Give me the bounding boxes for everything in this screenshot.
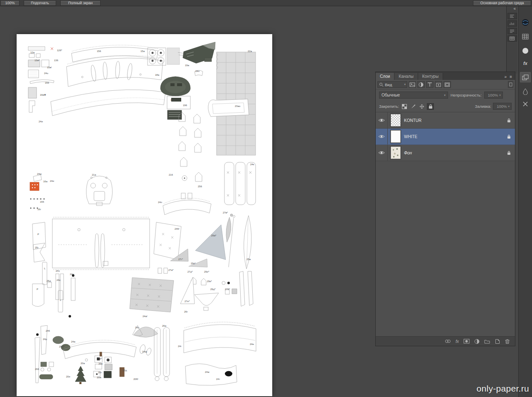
- part-label: 206!: [133, 378, 138, 380]
- layer-row-background[interactable]: Фон: [376, 145, 515, 161]
- layer-thumbnail[interactable]: [391, 146, 401, 159]
- grid-icon: [510, 37, 515, 40]
- fill-value: 100%: [497, 104, 507, 109]
- visibility-toggle[interactable]: [376, 112, 388, 128]
- circle-panel-icon[interactable]: [520, 45, 531, 56]
- tab-paths[interactable]: Контуры: [418, 73, 443, 80]
- document-canvas[interactable]: 12a126*15613a*13615в!24о15616в❋15a19a24п…: [17, 34, 272, 396]
- part-label: P: [37, 233, 39, 236]
- new-group-button[interactable]: [484, 339, 490, 344]
- part-label: 24ж: [205, 371, 209, 373]
- part-label: 126*: [57, 49, 62, 52]
- collapse-panel-icon[interactable]: »: [505, 74, 507, 79]
- dock-panel-icon-histogram[interactable]: [507, 20, 517, 27]
- 3d-sphere-icon[interactable]: [520, 17, 531, 27]
- blend-mode-select[interactable]: Обычные ▾: [379, 92, 448, 99]
- layer-thumbnail[interactable]: [391, 114, 401, 127]
- filter-shape-layers-button[interactable]: [435, 81, 442, 88]
- eye-icon: [378, 150, 385, 155]
- filter-kind-select[interactable]: Вид ▾: [377, 81, 407, 88]
- part-label: 18a*: [170, 99, 175, 101]
- visibility-toggle[interactable]: [376, 145, 388, 161]
- opacity-value: 100%: [488, 93, 498, 97]
- delete-layer-button[interactable]: [505, 339, 510, 344]
- part-label: 23ао: [235, 105, 240, 107]
- part-label: 25a: [246, 258, 251, 261]
- add-layer-mask-button[interactable]: [463, 339, 470, 344]
- collapse-panels-icon[interactable]: «: [507, 6, 517, 12]
- part-label: 24y: [135, 326, 139, 329]
- lock-position-button[interactable]: [418, 103, 425, 110]
- cross-panel-icon[interactable]: [520, 99, 531, 109]
- part-label: 24з: [56, 270, 59, 272]
- part-label: 16в❋: [40, 94, 46, 96]
- panel-menu-icon[interactable]: ≡: [510, 74, 512, 79]
- dock-panel-icon-navigator[interactable]: [507, 28, 517, 34]
- image-icon: [409, 82, 415, 87]
- part-label: 156: [97, 50, 101, 52]
- part-label: 246: [46, 330, 50, 332]
- filter-adjustment-layers-button[interactable]: [417, 81, 425, 88]
- layer-row-kontur[interactable]: KONTUR: [376, 112, 515, 129]
- lock-transparency-button[interactable]: [401, 103, 408, 110]
- filter-kind-label: Вид: [385, 82, 392, 87]
- lock-all-button[interactable]: [427, 103, 434, 110]
- grid-panel-icon[interactable]: [520, 31, 531, 42]
- droplet-panel-icon[interactable]: [520, 86, 531, 97]
- part-label: 20г: [98, 371, 102, 374]
- part-label: 24к: [250, 163, 254, 166]
- tab-channels[interactable]: Каналы: [394, 73, 418, 80]
- part-label: 21a: [92, 174, 96, 176]
- visibility-toggle[interactable]: [376, 129, 388, 144]
- droplet-glyph: [522, 88, 528, 95]
- eye-icon: [378, 118, 385, 123]
- fullscreen-button[interactable]: Полный экран: [60, 0, 101, 6]
- part-label: 20в: [99, 362, 103, 365]
- dock-panel-icon-info[interactable]: [507, 13, 517, 19]
- new-layer-button[interactable]: [495, 339, 500, 344]
- filter-pixel-layers-button[interactable]: [409, 81, 416, 88]
- part-label: 256: [198, 185, 202, 188]
- lines-icon: [510, 15, 515, 18]
- part-label: 166: [40, 201, 44, 203]
- workspace-switcher[interactable]: Основная рабочая среда: [473, 0, 531, 6]
- tab-layers[interactable]: Слои: [376, 73, 394, 80]
- part-label: 22a: [248, 50, 252, 52]
- layer-thumbnail[interactable]: [391, 130, 401, 143]
- filter-toggle-button[interactable]: [508, 81, 513, 88]
- part-label: 19a: [185, 64, 189, 67]
- part-label: 24т: [216, 378, 220, 380]
- layer-row-white[interactable]: WHITE: [376, 129, 515, 145]
- part-label: 216: [169, 174, 173, 176]
- new-adjustment-layer-button[interactable]: [474, 339, 480, 344]
- layers-panel-icon[interactable]: [520, 72, 531, 82]
- layers-panel: Слои Каналы Контуры » ≡ Вид ▾: [375, 72, 515, 346]
- part-label: 24м: [37, 173, 42, 175]
- lock-pixels-button[interactable]: [409, 103, 416, 110]
- filter-type-layers-button[interactable]: [426, 81, 433, 88]
- circle-glyph: [522, 47, 529, 54]
- fx-glyph: fx: [523, 61, 527, 66]
- part-label: 24e: [250, 343, 254, 345]
- part-label: 196: [183, 104, 187, 107]
- link-layers-button[interactable]: [445, 339, 451, 344]
- fit-screen-button[interactable]: Подогнать: [24, 0, 56, 6]
- top-toolbar: 100% Подогнать Полный экран Основная раб…: [0, 0, 532, 6]
- opacity-value-box[interactable]: 100% ▾: [484, 92, 503, 99]
- chevron-down-icon: ▾: [404, 83, 406, 86]
- lock-icon: [507, 134, 511, 139]
- checkerboard-icon: [402, 104, 407, 109]
- part-label: 20e: [66, 375, 70, 378]
- filter-smart-objects-button[interactable]: [443, 81, 451, 88]
- layer-style-button[interactable]: fx: [456, 339, 459, 344]
- part-label: 24c: [57, 279, 61, 281]
- styles-fx-panel-icon[interactable]: fx: [520, 58, 531, 68]
- part-label: 266: [35, 368, 39, 370]
- toggle-icon: [509, 82, 512, 87]
- part-label: 25д: [47, 280, 51, 282]
- layers-panel-bottom-bar: fx: [376, 336, 515, 346]
- zoom-level-button[interactable]: 100%: [0, 0, 20, 6]
- fill-value-box[interactable]: 100% ▾: [493, 103, 512, 110]
- part-label: 24и: [50, 180, 54, 182]
- dock-panel-icon-swatches[interactable]: [507, 35, 517, 42]
